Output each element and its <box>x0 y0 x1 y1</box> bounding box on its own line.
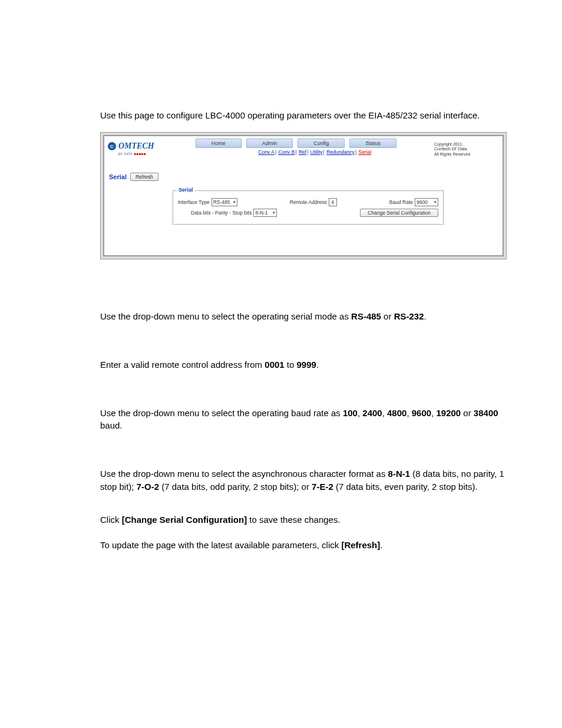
refresh-button[interactable]: Refresh <box>130 173 158 181</box>
screenshot-container: C OMTECH EF DATA ■■■■■. Home Admin Confi… <box>100 132 507 259</box>
text: Use the drop-down menu to select the ope… <box>100 408 343 418</box>
text-bold: RS-485 <box>351 311 381 321</box>
interface-type-value: RS-485 <box>213 199 230 205</box>
text-bold: [Refresh] <box>341 540 380 550</box>
text: , <box>406 408 411 418</box>
subnav-serial[interactable]: Serial <box>358 149 371 155</box>
text: (7 data bits, even parity, 2 stop bits). <box>333 482 478 492</box>
copyright-line1: Copyright 2011 <box>434 142 462 146</box>
serial-panel-wrap: Serial Interface Type RS-485 ▾ <box>173 190 444 225</box>
nav-admin[interactable]: Admin <box>246 139 293 148</box>
bits-label: Data bits - Parity - Stop bits <box>191 210 252 216</box>
logo-text: OMTECH <box>118 141 154 150</box>
text-bold: 9999 <box>297 360 316 370</box>
bits-select[interactable]: 8-N-1 ▾ <box>253 209 277 217</box>
text: Enter a valid remote control address fro… <box>100 360 265 370</box>
interface-type-para: Use the drop-down menu to select the ope… <box>100 310 510 323</box>
subnav-conv-a[interactable]: Conv A <box>258 149 274 155</box>
text: . <box>316 360 319 370</box>
text-bold: 8-N-1 <box>388 469 411 479</box>
text: to <box>285 360 297 370</box>
logo-tail: ■■■■■. <box>134 152 147 156</box>
text-bold: 9600 <box>412 408 431 418</box>
text: . <box>380 540 382 550</box>
subnav-conv-b[interactable]: Conv B <box>278 149 295 155</box>
text-bold: 0001 <box>265 360 284 370</box>
app-body: Serial Refresh Serial Interface Type RS-… <box>104 157 503 255</box>
serial-panel: Serial Interface Type RS-485 ▾ <box>173 190 444 225</box>
bits-value: 8-N-1 <box>255 210 267 216</box>
main-nav: Home Admin Config Status Conv A| Conv B|… <box>196 139 434 157</box>
interface-type-label: Interface Type <box>178 199 210 205</box>
text-bold: 100 <box>343 408 358 418</box>
text-bold: 2400 <box>362 408 382 418</box>
text-bold: 7-E-2 <box>312 482 333 492</box>
text: To update the page with the latest avail… <box>100 540 341 550</box>
logo-subtext: EF DATA <box>118 152 133 156</box>
sub-nav: Conv A| Conv B| Ref| Utility| Redundancy… <box>196 148 434 157</box>
text-bold: 19200 <box>436 408 461 418</box>
text: Use the drop-down menu to select the ope… <box>100 311 351 321</box>
baud-rate-select[interactable]: 9600 ▾ <box>415 198 438 206</box>
baud-rate-value: 9600 <box>416 199 428 205</box>
subnav-redundancy[interactable]: Redundancy <box>326 149 355 155</box>
remote-address-para: Enter a valid remote control address fro… <box>100 358 510 371</box>
section-title: Serial <box>109 173 127 180</box>
chevron-down-icon: ▾ <box>273 210 275 215</box>
baud-rate-para: Use the drop-down menu to select the ope… <box>100 407 510 433</box>
interface-type-select[interactable]: RS-485 ▾ <box>211 198 237 206</box>
chevron-down-icon: ▾ <box>434 200 437 205</box>
serial-panel-title: Serial <box>177 187 195 193</box>
bits-para: Use the drop-down menu to select the asy… <box>100 467 510 493</box>
panel-row-2: Data bits - Parity - Stop bits 8-N-1 ▾ C… <box>178 209 438 217</box>
chevron-down-icon: ▾ <box>233 200 236 205</box>
copyright-line3: All Rights Reserved <box>434 152 470 156</box>
text: Click <box>100 515 122 525</box>
text: to save these changes. <box>247 515 340 525</box>
app-header: C OMTECH EF DATA ■■■■■. Home Admin Confi… <box>104 136 503 157</box>
baud-rate-label: Baud Rate <box>389 199 413 205</box>
text: (7 data bits, odd parity, 2 stop bits); … <box>159 482 312 492</box>
subnav-utility[interactable]: Utility <box>310 149 323 155</box>
brand-logo: C OMTECH EF DATA ■■■■■. <box>108 139 154 156</box>
panel-row-1: Interface Type RS-485 ▾ Remote Address 4 <box>178 198 438 206</box>
nav-status[interactable]: Status <box>349 139 396 148</box>
text: . <box>424 311 426 321</box>
section-title-row: Serial Refresh <box>109 173 499 181</box>
text-bold: RS-232 <box>394 311 424 321</box>
app-screenshot: C OMTECH EF DATA ■■■■■. Home Admin Confi… <box>103 135 504 256</box>
copyright-text: Copyright 2011 Comtech EF Data All Right… <box>434 139 499 157</box>
text: or <box>381 311 394 321</box>
text: Use the drop-down menu to select the asy… <box>100 469 388 479</box>
click-refresh-para: To update the page with the latest avail… <box>100 539 510 552</box>
text: , <box>382 408 387 418</box>
copyright-line2: Comtech EF Data <box>434 147 467 151</box>
intro-text: Use this page to configure LBC-4000 oper… <box>100 109 510 121</box>
nav-config[interactable]: Config <box>297 139 345 148</box>
subnav-ref[interactable]: Ref <box>299 149 306 155</box>
globe-icon: C <box>108 142 116 150</box>
text-bold: 7-O-2 <box>137 482 159 492</box>
text-bold: 4800 <box>387 408 406 418</box>
text: or <box>461 408 474 418</box>
remote-address-label: Remote Address <box>290 199 327 205</box>
nav-home[interactable]: Home <box>196 139 242 148</box>
remote-address-input[interactable]: 4 <box>329 198 337 206</box>
text-bold: [Change Serial Configuration] <box>122 515 247 525</box>
change-serial-config-button[interactable]: Change Serial Configuration <box>360 209 438 217</box>
click-change-para: Click [Change Serial Configuration] to s… <box>100 513 510 526</box>
text-bold: 38400 <box>474 408 498 418</box>
text: baud. <box>100 420 123 430</box>
